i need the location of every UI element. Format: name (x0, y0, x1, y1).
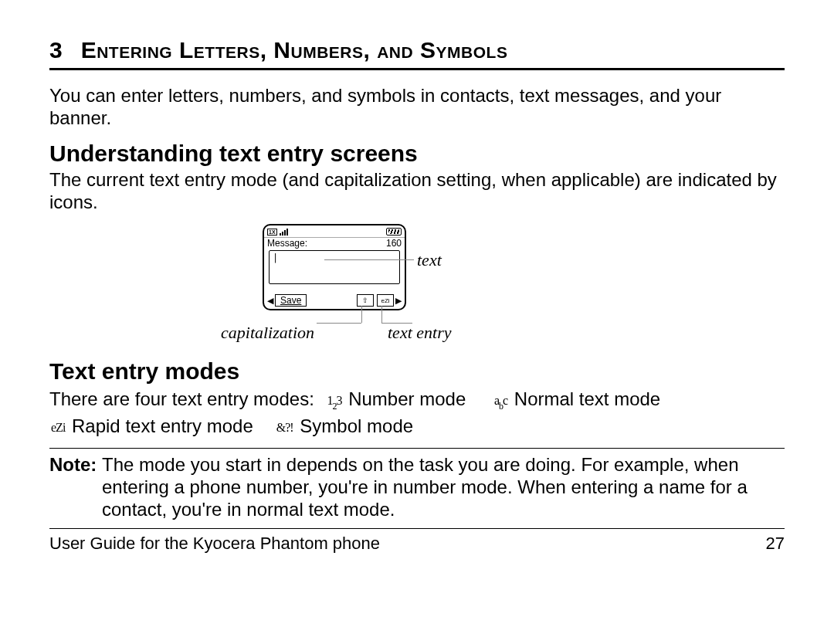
message-label: Message: (267, 238, 307, 249)
callout-capitalization: capitalization (221, 323, 314, 343)
rapid-mode-label: Rapid text entry mode (72, 415, 253, 436)
modes-paragraph: There are four text entry modes: 123 Num… (49, 386, 785, 440)
normal-mode-icon: abc (494, 391, 507, 412)
section1-body: The current text entry mode (and capital… (49, 168, 785, 214)
normal-mode-label: Normal text mode (514, 388, 660, 409)
signal-icon (280, 229, 288, 236)
symbol-mode-label: Symbol mode (300, 415, 413, 436)
section-heading-understanding: Understanding text entry screens (49, 141, 785, 167)
message-header: Message: 160 (264, 238, 405, 249)
modes-lead: There are four text entry modes: (49, 388, 314, 409)
callout-line (361, 306, 362, 323)
note-body: The mode you start in depends on the tas… (102, 453, 785, 521)
text-input-area: | (269, 250, 400, 284)
chapter-title: Entering Letters, Numbers, and Symbols (81, 37, 508, 63)
rapid-mode-icon: eZi (51, 419, 65, 436)
phone-screen: 1X Message: 160 | ◀ Save ⇧ (263, 224, 406, 310)
network-1x-icon: 1X (267, 229, 277, 236)
phone-screen-illustration: 1X Message: 160 | ◀ Save ⇧ (263, 224, 571, 347)
status-bar: 1X (264, 225, 405, 238)
footer-left: User Guide for the Kyocera Phantom phone (49, 534, 380, 554)
section-heading-modes: Text entry modes (49, 358, 785, 385)
page-footer: User Guide for the Kyocera Phantom phone… (49, 534, 785, 554)
right-arrow-icon: ▶ (395, 297, 402, 305)
divider (49, 528, 785, 529)
char-count: 160 (386, 238, 402, 249)
number-mode-icon: 123 (327, 391, 342, 412)
capitalization-indicator-icon: ⇧ (357, 294, 374, 307)
chapter-heading: 3 Entering Letters, Numbers, and Symbols (49, 37, 785, 63)
note-block: Note: The mode you start in depends on t… (49, 453, 785, 521)
callout-line (324, 259, 414, 260)
number-mode-label: Number mode (348, 388, 466, 409)
text-cursor: | (273, 253, 278, 263)
callout-line (317, 323, 361, 324)
divider (49, 68, 785, 70)
callout-line (381, 306, 382, 323)
footer-page-number: 27 (766, 534, 785, 554)
battery-icon (386, 228, 402, 236)
save-softkey: Save (275, 294, 307, 307)
softkey-row: ◀ Save ⇧ eZi ▶ (267, 294, 402, 307)
callout-text-entry: text entry (388, 323, 451, 343)
note-label: Note: (49, 453, 102, 521)
text-entry-indicator-icon: eZi (377, 294, 394, 307)
left-arrow-icon: ◀ (267, 297, 273, 305)
chapter-number: 3 (49, 37, 63, 63)
divider (49, 448, 785, 449)
callout-text: text (417, 250, 442, 270)
symbol-mode-icon: &?! (276, 419, 293, 436)
intro-paragraph: You can enter letters, numbers, and symb… (49, 84, 785, 130)
